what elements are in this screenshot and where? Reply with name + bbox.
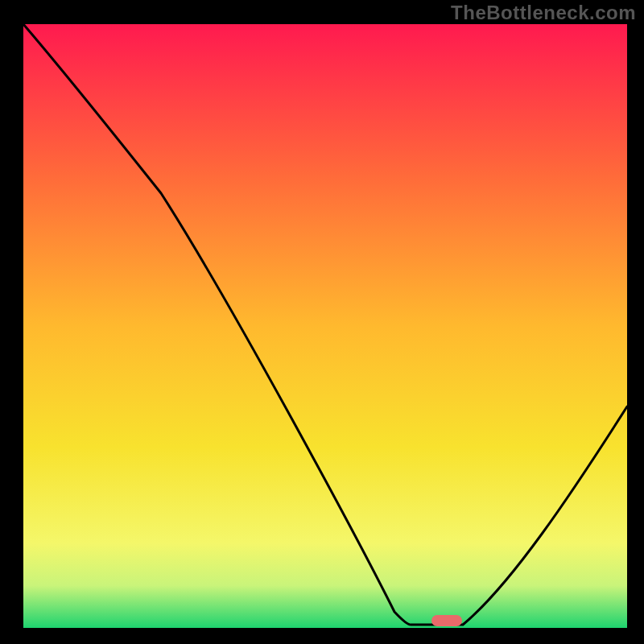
bottleneck-plot	[0, 0, 644, 644]
chart-container: TheBottleneck.com	[0, 0, 644, 644]
watermark-text: TheBottleneck.com	[451, 2, 636, 24]
plot-background	[23, 24, 627, 628]
sweet-spot-marker	[431, 615, 462, 626]
